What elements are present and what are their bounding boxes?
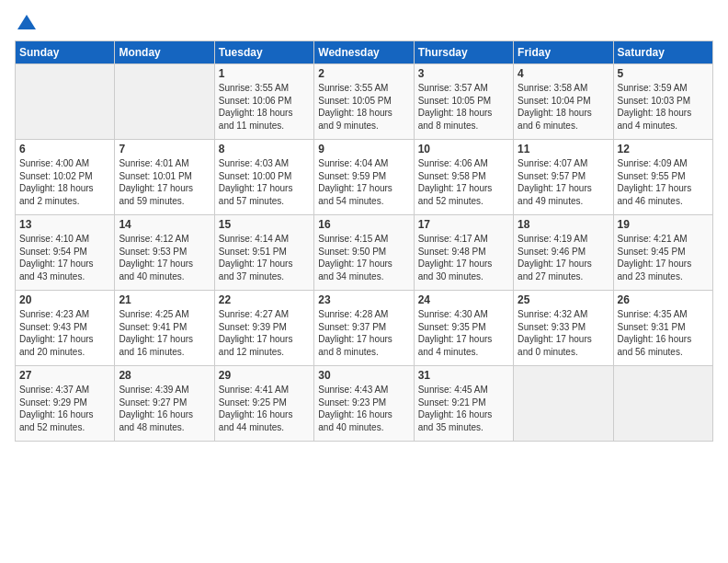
calendar-cell: 18Sunrise: 4:19 AMSunset: 9:46 PMDayligh…	[514, 215, 613, 291]
day-content: Sunrise: 4:39 AMSunset: 9:27 PMDaylight:…	[119, 384, 210, 433]
day-content: Sunrise: 4:07 AMSunset: 9:57 PMDaylight:…	[518, 157, 609, 207]
day-content: Sunrise: 4:17 AMSunset: 9:48 PMDaylight:…	[418, 233, 509, 282]
day-content: Sunrise: 4:12 AMSunset: 9:53 PMDaylight:…	[119, 233, 210, 282]
calendar-cell: 25Sunrise: 4:32 AMSunset: 9:33 PMDayligh…	[514, 291, 613, 366]
day-number: 28	[119, 369, 210, 382]
day-number: 29	[219, 369, 310, 382]
day-number: 3	[418, 67, 509, 80]
day-content: Sunrise: 4:43 AMSunset: 9:23 PMDaylight:…	[318, 384, 409, 433]
day-content: Sunrise: 4:30 AMSunset: 9:35 PMDaylight:…	[418, 308, 509, 358]
day-number: 13	[19, 218, 110, 231]
day-content: Sunrise: 4:21 AMSunset: 9:45 PMDaylight:…	[618, 233, 709, 282]
calendar-cell: 15Sunrise: 4:14 AMSunset: 9:51 PMDayligh…	[214, 215, 313, 291]
day-content: Sunrise: 4:04 AMSunset: 9:59 PMDaylight:…	[318, 157, 409, 207]
day-number: 8	[219, 143, 310, 155]
calendar-cell: 26Sunrise: 4:35 AMSunset: 9:31 PMDayligh…	[613, 291, 712, 366]
calendar-cell: 3Sunrise: 3:57 AMSunset: 10:05 PMDayligh…	[414, 64, 513, 140]
calendar-cell: 16Sunrise: 4:15 AMSunset: 9:50 PMDayligh…	[314, 215, 414, 291]
day-content: Sunrise: 3:55 AMSunset: 10:06 PMDaylight…	[219, 82, 310, 132]
calendar-cell: 27Sunrise: 4:37 AMSunset: 9:29 PMDayligh…	[16, 366, 115, 442]
day-number: 4	[518, 67, 609, 80]
day-number: 18	[518, 218, 609, 231]
day-number: 24	[418, 293, 509, 306]
calendar-cell: 30Sunrise: 4:43 AMSunset: 9:23 PMDayligh…	[314, 366, 414, 442]
calendar-cell: 29Sunrise: 4:41 AMSunset: 9:25 PMDayligh…	[214, 366, 313, 442]
day-number: 19	[618, 218, 709, 231]
calendar-header-cell: Monday	[115, 41, 214, 64]
calendar-cell: 21Sunrise: 4:25 AMSunset: 9:41 PMDayligh…	[115, 291, 214, 366]
day-number: 14	[119, 218, 210, 231]
day-content: Sunrise: 4:06 AMSunset: 9:58 PMDaylight:…	[418, 157, 509, 207]
calendar-cell: 17Sunrise: 4:17 AMSunset: 9:48 PMDayligh…	[414, 215, 513, 291]
calendar-header-cell: Tuesday	[214, 41, 313, 64]
calendar-cell: 8Sunrise: 4:03 AMSunset: 10:00 PMDayligh…	[214, 140, 313, 215]
calendar-cell: 9Sunrise: 4:04 AMSunset: 9:59 PMDaylight…	[314, 140, 414, 215]
day-content: Sunrise: 4:41 AMSunset: 9:25 PMDaylight:…	[219, 384, 310, 433]
calendar-cell	[16, 64, 115, 140]
calendar-week-row: 1Sunrise: 3:55 AMSunset: 10:06 PMDayligh…	[16, 64, 713, 140]
calendar-cell	[115, 64, 214, 140]
calendar-cell: 14Sunrise: 4:12 AMSunset: 9:53 PMDayligh…	[115, 215, 214, 291]
calendar-cell: 4Sunrise: 3:58 AMSunset: 10:04 PMDayligh…	[514, 64, 613, 140]
day-content: Sunrise: 3:59 AMSunset: 10:03 PMDaylight…	[618, 82, 709, 132]
calendar-week-row: 20Sunrise: 4:23 AMSunset: 9:43 PMDayligh…	[16, 291, 713, 366]
calendar-cell: 23Sunrise: 4:28 AMSunset: 9:37 PMDayligh…	[314, 291, 414, 366]
calendar-cell: 10Sunrise: 4:06 AMSunset: 9:58 PMDayligh…	[414, 140, 513, 215]
day-content: Sunrise: 4:35 AMSunset: 9:31 PMDaylight:…	[618, 308, 709, 358]
calendar-cell: 11Sunrise: 4:07 AMSunset: 9:57 PMDayligh…	[514, 140, 613, 215]
day-content: Sunrise: 4:15 AMSunset: 9:50 PMDaylight:…	[318, 233, 409, 282]
day-content: Sunrise: 4:45 AMSunset: 9:21 PMDaylight:…	[418, 384, 509, 433]
day-number: 17	[418, 218, 509, 231]
day-number: 11	[518, 143, 609, 155]
day-number: 1	[219, 67, 310, 80]
day-number: 12	[618, 143, 709, 155]
day-content: Sunrise: 3:55 AMSunset: 10:05 PMDaylight…	[318, 82, 409, 132]
day-number: 26	[618, 293, 709, 306]
calendar-table: SundayMondayTuesdayWednesdayThursdayFrid…	[15, 40, 713, 442]
day-number: 20	[19, 293, 110, 306]
calendar-cell	[514, 366, 613, 442]
calendar-week-row: 6Sunrise: 4:00 AMSunset: 10:02 PMDayligh…	[16, 140, 713, 215]
calendar-cell	[613, 366, 712, 442]
day-number: 6	[19, 143, 110, 155]
day-number: 16	[318, 218, 409, 231]
calendar-cell: 22Sunrise: 4:27 AMSunset: 9:39 PMDayligh…	[214, 291, 313, 366]
logo	[15, 15, 36, 33]
day-number: 23	[318, 293, 409, 306]
calendar-cell: 19Sunrise: 4:21 AMSunset: 9:45 PMDayligh…	[613, 215, 712, 291]
day-content: Sunrise: 4:00 AMSunset: 10:02 PMDaylight…	[19, 157, 110, 207]
calendar-cell: 28Sunrise: 4:39 AMSunset: 9:27 PMDayligh…	[115, 366, 214, 442]
calendar-cell: 2Sunrise: 3:55 AMSunset: 10:05 PMDayligh…	[314, 64, 414, 140]
calendar-header-cell: Sunday	[16, 41, 115, 64]
day-number: 7	[119, 143, 210, 155]
calendar-cell: 31Sunrise: 4:45 AMSunset: 9:21 PMDayligh…	[414, 366, 513, 442]
day-number: 30	[318, 369, 409, 382]
day-number: 5	[618, 67, 709, 80]
day-content: Sunrise: 3:57 AMSunset: 10:05 PMDaylight…	[418, 82, 509, 132]
day-number: 22	[219, 293, 310, 306]
day-content: Sunrise: 4:23 AMSunset: 9:43 PMDaylight:…	[19, 308, 110, 358]
calendar-header-cell: Thursday	[414, 41, 513, 64]
day-content: Sunrise: 4:01 AMSunset: 10:01 PMDaylight…	[119, 157, 210, 207]
calendar-cell: 12Sunrise: 4:09 AMSunset: 9:55 PMDayligh…	[613, 140, 712, 215]
calendar-header-cell: Friday	[514, 41, 613, 64]
calendar-header-cell: Wednesday	[314, 41, 414, 64]
calendar-body: 1Sunrise: 3:55 AMSunset: 10:06 PMDayligh…	[16, 64, 713, 442]
calendar-cell: 5Sunrise: 3:59 AMSunset: 10:03 PMDayligh…	[613, 64, 712, 140]
day-number: 2	[318, 67, 409, 80]
day-number: 21	[119, 293, 210, 306]
day-content: Sunrise: 4:37 AMSunset: 9:29 PMDaylight:…	[19, 384, 110, 433]
calendar-header-row: SundayMondayTuesdayWednesdayThursdayFrid…	[16, 41, 713, 64]
calendar-cell: 13Sunrise: 4:10 AMSunset: 9:54 PMDayligh…	[16, 215, 115, 291]
calendar-cell: 7Sunrise: 4:01 AMSunset: 10:01 PMDayligh…	[115, 140, 214, 215]
day-number: 27	[19, 369, 110, 382]
logo-triangle-icon	[17, 15, 36, 29]
day-number: 15	[219, 218, 310, 231]
calendar-cell: 20Sunrise: 4:23 AMSunset: 9:43 PMDayligh…	[16, 291, 115, 366]
calendar-week-row: 27Sunrise: 4:37 AMSunset: 9:29 PMDayligh…	[16, 366, 713, 442]
day-number: 25	[518, 293, 609, 306]
day-content: Sunrise: 4:19 AMSunset: 9:46 PMDaylight:…	[518, 233, 609, 282]
calendar-cell: 24Sunrise: 4:30 AMSunset: 9:35 PMDayligh…	[414, 291, 513, 366]
day-content: Sunrise: 4:25 AMSunset: 9:41 PMDaylight:…	[119, 308, 210, 358]
page-header	[15, 15, 713, 33]
